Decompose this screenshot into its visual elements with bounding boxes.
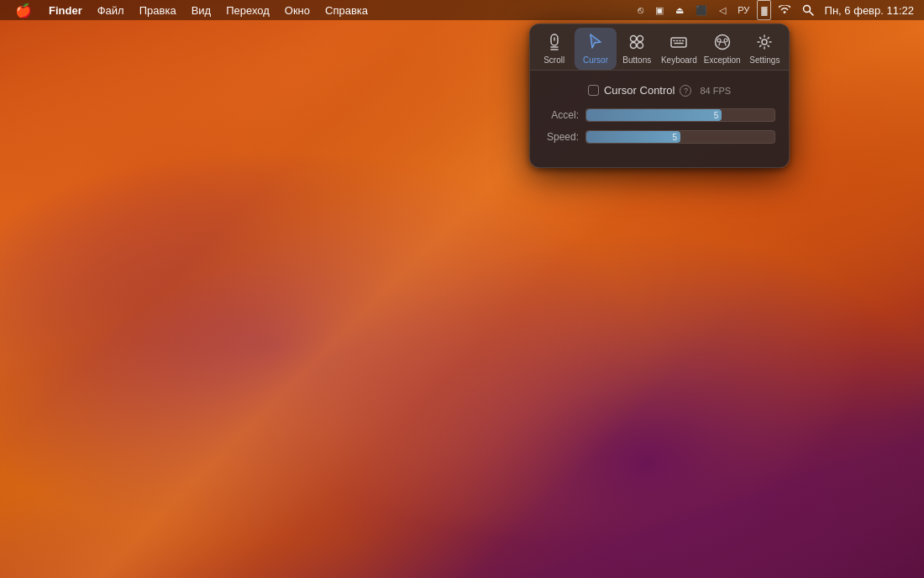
cursor-control-checkbox[interactable]: [588, 85, 599, 96]
tab-scroll-label: Scroll: [543, 56, 564, 65]
speed-value: 5: [672, 133, 677, 142]
svg-point-8: [631, 43, 637, 49]
cursor-control-header: Cursor Control ? 84 FPS: [543, 84, 775, 97]
scroll-icon: [545, 33, 564, 54]
menubar-right: ⎋ ▣ ⏏ ⬛ ◁ РУ ▓ Пн, 6 февр. 11:22: [633, 0, 924, 20]
tab-exception[interactable]: Exception: [701, 28, 744, 70]
fps-badge: 84 FPS: [700, 86, 731, 96]
svg-rect-10: [671, 38, 686, 47]
file-menu[interactable]: Файл: [91, 0, 131, 20]
help-icon[interactable]: ?: [680, 85, 691, 97]
menubar-left: 🍎 Finder Файл Правка Вид Переход Окно Сп…: [0, 0, 375, 20]
battery-icon[interactable]: ▓: [757, 0, 770, 20]
cursor-control-label: Cursor Control: [604, 84, 675, 97]
tab-keyboard[interactable]: Keyboard: [658, 28, 701, 70]
window-menu[interactable]: Окно: [278, 0, 317, 20]
accel-slider-fill: 5: [586, 109, 722, 121]
finder-menu[interactable]: Finder: [42, 0, 89, 20]
edit-label: Правка: [139, 4, 176, 17]
menubar: 🍎 Finder Файл Правка Вид Переход Окно Сп…: [0, 0, 924, 20]
accel-slider-track[interactable]: 5: [585, 108, 775, 122]
svg-point-17: [717, 39, 721, 42]
tab-buttons[interactable]: Buttons: [617, 28, 658, 70]
buttons-icon: [627, 33, 646, 54]
svg-point-18: [724, 39, 727, 42]
view-menu[interactable]: Вид: [185, 0, 218, 20]
speed-slider-fill: 5: [586, 131, 680, 143]
display-icon[interactable]: ▣: [651, 0, 668, 20]
help-menu[interactable]: Справка: [318, 0, 375, 20]
arrow-icon[interactable]: ◁: [715, 0, 730, 20]
view-label: Вид: [192, 4, 212, 17]
search-icon[interactable]: [798, 0, 818, 20]
tab-exception-label: Exception: [704, 56, 741, 65]
svg-line-1: [809, 12, 813, 16]
accel-label: Accel:: [543, 109, 579, 121]
window-label: Окно: [285, 4, 310, 17]
speed-slider-track[interactable]: 5: [585, 130, 775, 144]
toolbar: Scroll Cursor Buttons: [530, 24, 789, 71]
cursor-icon: [586, 33, 605, 54]
language-icon[interactable]: РУ: [733, 0, 753, 20]
svg-point-6: [631, 36, 637, 42]
apple-menu[interactable]: 🍎: [7, 0, 40, 20]
tab-buttons-label: Buttons: [622, 56, 651, 65]
tab-settings[interactable]: Settings: [744, 28, 785, 70]
speed-slider-row: Speed: 5: [543, 130, 775, 144]
tab-keyboard-label: Keyboard: [661, 56, 697, 65]
file-label: Файл: [97, 4, 124, 17]
svg-point-19: [762, 39, 767, 45]
clock: Пн, 6 февр. 11:22: [822, 4, 917, 17]
go-menu[interactable]: Переход: [219, 0, 276, 20]
finder-label: Finder: [49, 4, 82, 17]
exception-icon: [713, 33, 732, 54]
svg-point-9: [638, 43, 643, 49]
airplay-icon[interactable]: ⏏: [671, 0, 688, 20]
speed-label: Speed:: [543, 131, 579, 143]
tab-scroll[interactable]: Scroll: [533, 28, 575, 70]
accel-value: 5: [714, 111, 719, 120]
apple-icon: 🍎: [15, 3, 32, 18]
tab-cursor-label: Cursor: [583, 56, 608, 65]
screenshare-icon[interactable]: ⬛: [691, 0, 711, 20]
content-area: Cursor Control ? 84 FPS Accel: 5 Speed: …: [530, 71, 789, 167]
wifi-icon[interactable]: [774, 0, 795, 20]
accel-slider-row: Accel: 5: [543, 108, 775, 122]
popup-panel: Scroll Cursor Buttons: [529, 24, 790, 168]
edit-menu[interactable]: Правка: [133, 0, 183, 20]
keyboard-icon: [669, 33, 688, 54]
svg-point-7: [638, 36, 643, 42]
tab-cursor[interactable]: Cursor: [575, 28, 616, 70]
settings-icon: [755, 33, 774, 54]
go-label: Переход: [226, 4, 270, 17]
tab-settings-label: Settings: [749, 56, 780, 65]
mic-icon[interactable]: ⎋: [633, 0, 648, 20]
help-label: Справка: [325, 4, 368, 17]
